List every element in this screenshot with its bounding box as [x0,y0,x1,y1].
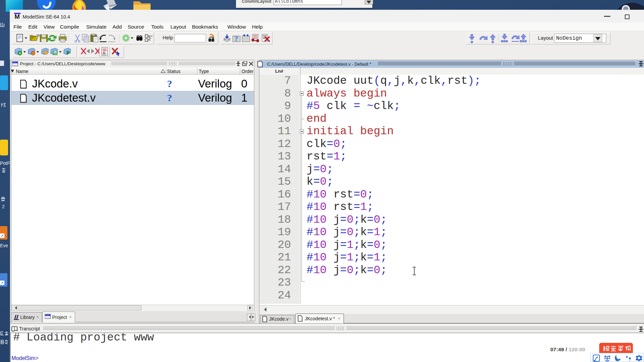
svg-text:?: ? [234,34,238,43]
